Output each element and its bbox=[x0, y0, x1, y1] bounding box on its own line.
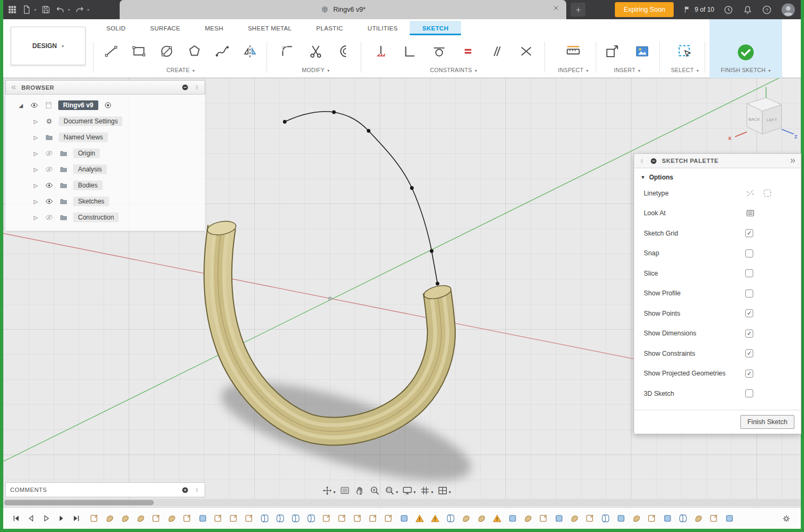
spline-point[interactable] bbox=[283, 120, 287, 124]
tool-caret[interactable]: ▾ bbox=[449, 489, 451, 496]
timeline-sweep-icon[interactable] bbox=[446, 513, 456, 523]
timeline-solid-icon[interactable] bbox=[198, 513, 208, 523]
expand-palette-icon[interactable] bbox=[789, 157, 797, 165]
zoom-window-tool[interactable]: ▾ bbox=[384, 485, 398, 496]
view-cube[interactable]: BACK LEFT X Z bbox=[728, 87, 798, 141]
browser-item-analysis[interactable]: ▷Analysis bbox=[5, 161, 205, 177]
line-icon[interactable] bbox=[99, 40, 123, 63]
undo-icon[interactable] bbox=[56, 5, 65, 14]
zoom-tool[interactable] bbox=[369, 485, 380, 496]
browser-item-origin[interactable]: ▷Origin bbox=[5, 145, 205, 161]
timeline-sketch-icon[interactable] bbox=[368, 513, 378, 523]
spline-point[interactable] bbox=[436, 282, 440, 286]
trim-icon[interactable] bbox=[303, 40, 328, 63]
sketch-origin-point[interactable] bbox=[329, 297, 332, 300]
redo-icon[interactable] bbox=[75, 5, 84, 14]
visibility-eye-icon[interactable] bbox=[44, 197, 54, 206]
browser-item-construction[interactable]: ▷Construction bbox=[5, 209, 205, 225]
collapsed-triangle-icon[interactable]: ▷ bbox=[32, 215, 40, 221]
new-tab-button[interactable] bbox=[571, 3, 586, 17]
comments-grip-icon[interactable] bbox=[193, 487, 200, 494]
timeline-sketch-icon[interactable] bbox=[538, 513, 549, 523]
visibility-eye-off-icon[interactable] bbox=[44, 213, 54, 222]
browser-item-sketches[interactable]: ▷Sketches bbox=[5, 193, 205, 209]
design-workspace-selector[interactable]: DESIGN ▾ bbox=[11, 27, 85, 65]
activate-radio-icon[interactable] bbox=[103, 101, 113, 109]
timeline-warning-icon[interactable] bbox=[492, 513, 502, 523]
timeline-solid-icon[interactable] bbox=[724, 513, 735, 523]
collapsed-triangle-icon[interactable]: ▷ bbox=[32, 167, 40, 173]
spline-icon[interactable] bbox=[210, 40, 235, 63]
timeline-warning-icon[interactable] bbox=[430, 513, 440, 523]
finish-sketch-icon[interactable] bbox=[733, 41, 758, 64]
horizontal-scrollbar[interactable] bbox=[3, 499, 801, 506]
timeline-sketch-icon[interactable] bbox=[322, 513, 332, 523]
sketch-spline[interactable] bbox=[283, 111, 440, 286]
tangent-icon[interactable] bbox=[427, 40, 451, 63]
insert-mesh-icon[interactable] bbox=[600, 40, 625, 63]
polygon-icon[interactable] bbox=[182, 40, 207, 63]
timeline-feature-icon[interactable] bbox=[631, 513, 642, 523]
timeline-warning-icon[interactable] bbox=[415, 513, 425, 523]
linetype-construction-icon[interactable] bbox=[745, 188, 755, 198]
tab-solid[interactable]: SOLID bbox=[94, 21, 138, 35]
collapsed-triangle-icon[interactable]: ▷ bbox=[32, 135, 40, 140]
circle-icon[interactable] bbox=[154, 40, 179, 63]
group-label-select[interactable]: SELECT ▾ bbox=[668, 67, 702, 73]
group-label-modify[interactable]: MODIFY ▾ bbox=[273, 67, 358, 73]
viewports-tool[interactable]: ▾ bbox=[437, 485, 451, 496]
timeline-sketch-icon[interactable] bbox=[151, 513, 161, 523]
collapsed-triangle-icon[interactable]: ▷ bbox=[32, 151, 40, 157]
user-avatar[interactable] bbox=[781, 3, 795, 17]
save-icon[interactable] bbox=[41, 5, 51, 14]
palette-header[interactable]: SKETCH PALETTE bbox=[634, 154, 801, 168]
timeline-sketch-icon[interactable] bbox=[213, 513, 223, 523]
browser-root-label[interactable]: Ringv6 v9 bbox=[58, 100, 98, 110]
timeline-sweep-icon[interactable] bbox=[306, 513, 316, 523]
skip-end-icon[interactable] bbox=[72, 514, 81, 523]
visibility-eye-icon[interactable] bbox=[44, 181, 54, 190]
group-label-constraints[interactable]: CONSTRAINTS ▾ bbox=[366, 67, 541, 73]
scrollbar-thumb[interactable] bbox=[4, 500, 154, 505]
parallel-icon[interactable] bbox=[485, 40, 509, 63]
tool-caret[interactable]: ▾ bbox=[413, 489, 416, 496]
tab-sketch[interactable]: SKETCH bbox=[410, 21, 460, 35]
browser-root-row[interactable]: ◢Ringv6 v9 bbox=[5, 97, 205, 113]
tool-caret[interactable]: ▾ bbox=[333, 489, 335, 496]
visibility-eye-icon[interactable] bbox=[29, 101, 39, 109]
options-section-header[interactable]: ▼ Options bbox=[634, 168, 801, 183]
tool-caret[interactable]: ▾ bbox=[396, 489, 398, 496]
tab-mesh[interactable]: MESH bbox=[192, 21, 235, 35]
timeline-feature-icon[interactable] bbox=[136, 513, 146, 523]
checkbox-sketch-grid[interactable]: ✓ bbox=[745, 229, 753, 237]
timeline-solid-icon[interactable] bbox=[399, 513, 409, 523]
pan-tool[interactable]: ▾ bbox=[322, 485, 335, 496]
visibility-eye-off-icon[interactable] bbox=[44, 149, 54, 158]
timeline-feature-icon[interactable] bbox=[693, 513, 704, 523]
skip-start-icon[interactable] bbox=[12, 514, 21, 523]
timeline-feature-icon[interactable] bbox=[461, 513, 471, 523]
browser-item-named-views[interactable]: ▷Named Views bbox=[5, 129, 205, 145]
timeline-feature-icon[interactable] bbox=[477, 513, 487, 523]
checkbox-show-constraints[interactable]: ✓ bbox=[745, 349, 753, 357]
expiring-soon-button[interactable]: Expiring Soon bbox=[615, 2, 674, 17]
help-icon[interactable]: ? bbox=[762, 5, 772, 15]
browser-item-bodies[interactable]: ▷Bodies bbox=[5, 177, 205, 193]
offset-icon[interactable] bbox=[332, 40, 356, 63]
rectangle-icon[interactable] bbox=[127, 40, 151, 63]
symmetry-icon[interactable] bbox=[514, 40, 538, 63]
timeline-feature-icon[interactable] bbox=[120, 513, 130, 523]
redo-caret[interactable]: ▾ bbox=[87, 7, 89, 12]
browser-grip-icon[interactable] bbox=[193, 84, 200, 91]
timeline-sketch-icon[interactable] bbox=[709, 513, 719, 523]
viewcube-left-face[interactable] bbox=[762, 105, 782, 134]
ring-body[interactable] bbox=[206, 219, 452, 431]
timeline-solid-icon[interactable] bbox=[508, 513, 518, 523]
fillet-icon[interactable] bbox=[275, 40, 300, 63]
group-label-finish-sketch[interactable]: FINISH SKETCH ▾ bbox=[709, 67, 782, 73]
timeline-solid-icon[interactable] bbox=[616, 513, 626, 523]
collapse-browser-icon[interactable] bbox=[10, 84, 17, 91]
tab-utilities[interactable]: UTILITIES bbox=[355, 21, 410, 35]
timeline-feature-icon[interactable] bbox=[523, 513, 533, 523]
job-status-clock-icon[interactable] bbox=[723, 5, 733, 15]
